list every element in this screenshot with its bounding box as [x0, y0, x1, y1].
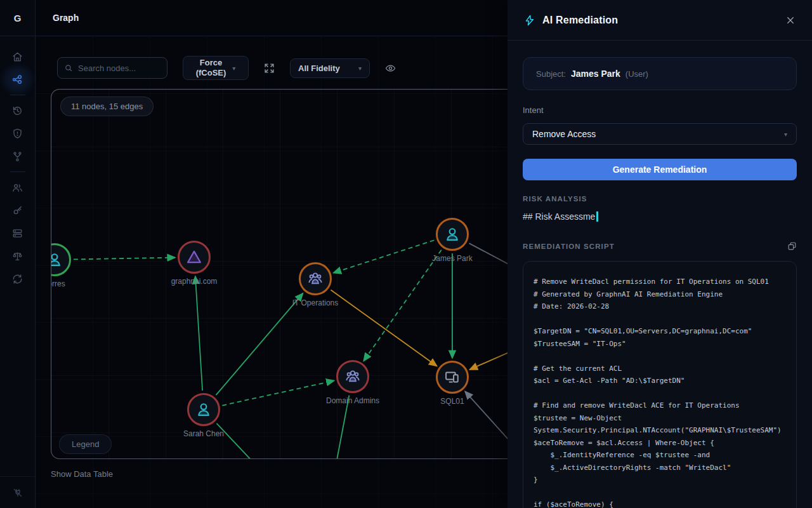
subject-card: Subject: James Park (User): [523, 57, 797, 90]
group-icon: [344, 368, 362, 385]
sidebar-item-history[interactable]: [5, 99, 30, 122]
sidebar-item-home[interactable]: [5, 45, 30, 68]
subject-name: James Park: [571, 69, 620, 79]
home-icon: [11, 51, 23, 63]
chevron-down-icon: ▾: [358, 65, 362, 72]
intent-select[interactable]: Remove Access ▾: [523, 123, 797, 145]
user-icon: [195, 401, 213, 418]
graph-node-james[interactable]: [436, 218, 469, 251]
user-icon: [443, 225, 461, 243]
node-label-domadmins: Domain Admins: [305, 396, 400, 405]
key-icon: [11, 204, 23, 217]
sidebar-item-compliance[interactable]: [5, 244, 30, 267]
subject-type: (User): [625, 69, 648, 79]
code-line: $TrusteeSAM = "IT-Ops": [534, 338, 786, 351]
risk-analysis-heading: RISK ANALYSIS: [523, 195, 587, 203]
search-icon: [64, 64, 73, 72]
code-line: [534, 350, 786, 363]
code-line: # Remove WriteDacl permission for IT Ope…: [534, 276, 786, 288]
graph-icon: [11, 74, 23, 86]
sidebar-item-sync[interactable]: [5, 267, 30, 290]
graph-node-sarah[interactable]: [187, 393, 220, 426]
node-label-itops: IT Operations: [268, 298, 363, 307]
panel-header: AI Remediation: [508, 0, 812, 41]
page-title: Graph: [53, 13, 79, 23]
code-line: [534, 486, 786, 499]
code-line: # Get the current ACL: [534, 363, 786, 375]
sidebar-item-graph-view[interactable]: [5, 68, 30, 91]
node-label-sarah: Sarah Chen: [156, 429, 251, 438]
ai-remediation-panel: AI Remediation Subject: James Park (User…: [508, 0, 812, 508]
graph-node-domadmins[interactable]: [336, 360, 369, 393]
sidebar-item-users[interactable]: [5, 176, 30, 199]
typing-caret: [596, 211, 598, 222]
node-label-sql01: SQL01: [405, 397, 500, 406]
code-line: }: [534, 474, 786, 486]
code-line: [534, 313, 786, 326]
branch-icon: [11, 150, 23, 163]
fidelity-select[interactable]: All Fidelity ▾: [290, 58, 370, 78]
fit-view-icon[interactable]: [264, 63, 275, 74]
scales-icon: [11, 250, 23, 262]
graph-node-torres[interactable]: [51, 243, 71, 276]
remediation-script-code[interactable]: # Remove WriteDacl permission for IT Ope…: [523, 261, 797, 508]
layout-select[interactable]: Force(fCoSE) ▾: [183, 56, 249, 80]
graph-node-graphnai[interactable]: [178, 241, 211, 274]
graph-edge-torres-graphnai: [74, 258, 175, 260]
chevron-down-icon: ▾: [232, 65, 235, 72]
disconnect-icon[interactable]: [0, 476, 35, 508]
history-icon: [11, 105, 23, 117]
close-icon[interactable]: [785, 15, 796, 25]
code-line: $acl = Get-Acl -Path "AD:\$TargetDN": [534, 375, 786, 387]
sidebar-divider: [10, 171, 25, 172]
sidebar: G: [0, 0, 36, 508]
panel-title: AI Remediation: [542, 15, 785, 26]
lightning-bolt-icon: [524, 15, 535, 26]
user-icon: [51, 251, 63, 269]
users-icon: [11, 182, 23, 194]
triangle-icon: [185, 248, 203, 266]
code-line: # Find and remove WriteDacl ACE for IT O…: [534, 399, 786, 412]
generate-remediation-button[interactable]: Generate Remediation: [523, 159, 797, 180]
code-line: $_.IdentityReference -eq $trustee -and: [534, 449, 786, 462]
code-line: System.Security.Principal.NTAccount("GRA…: [534, 424, 786, 437]
app-logo: G: [0, 0, 35, 36]
node-count-badge: 11 nodes, 15 edges: [60, 97, 154, 116]
sidebar-divider: [10, 95, 25, 95]
graph-toolbar: Force(fCoSE) ▾ All Fidelity ▾: [57, 56, 396, 80]
shield-alert-icon: [11, 128, 23, 140]
node-label-graphnai: graphnai.com: [147, 277, 242, 286]
server-icon: [11, 227, 23, 239]
remediation-script-heading: REMEDIATION SCRIPT: [523, 243, 615, 250]
code-line: $aceToRemove = $acl.Access | Where-Objec…: [534, 437, 786, 450]
legend-button[interactable]: Legend: [59, 434, 112, 454]
graph-node-itops[interactable]: [299, 262, 332, 295]
intent-label: Intent: [523, 105, 797, 115]
refresh-icon: [11, 273, 23, 285]
search-input[interactable]: [57, 57, 167, 79]
node-label-james: James Park: [405, 254, 500, 263]
code-line: # Generated by GraphnAI AI Remediation E…: [534, 288, 786, 301]
sidebar-item-credentials[interactable]: [5, 199, 30, 222]
graph-edge-sarah-graphnai: [195, 276, 202, 391]
group-icon: [306, 270, 324, 288]
graph-node-sql01[interactable]: [436, 361, 469, 394]
sidebar-item-security-alerts[interactable]: [5, 122, 30, 145]
node-label-torres: Torres: [51, 279, 102, 288]
chevron-down-icon: ▾: [784, 131, 787, 138]
code-line: [534, 387, 786, 400]
code-line: if ($aceToRemove) {: [534, 498, 786, 508]
visibility-eye-icon[interactable]: [385, 63, 396, 74]
subject-label: Subject:: [536, 69, 566, 79]
code-line: $_.ActiveDirectoryRights -match "WriteDa…: [534, 462, 786, 474]
devices-icon: [443, 368, 461, 386]
code-line: $trustee = New-Object: [534, 412, 786, 425]
copy-icon[interactable]: [787, 241, 797, 251]
code-line: $TargetDN = "CN=SQL01,OU=Servers,DC=grap…: [534, 325, 786, 338]
graph-edge-james-domadmins: [363, 250, 442, 361]
sidebar-item-attack-paths[interactable]: [5, 145, 30, 168]
risk-analysis-text: ## Risk Assessme: [523, 211, 797, 222]
show-data-table-link[interactable]: Show Data Table: [51, 469, 113, 479]
sidebar-item-servers[interactable]: [5, 222, 30, 244]
code-line: # Date: 2026-02-28: [534, 300, 786, 313]
